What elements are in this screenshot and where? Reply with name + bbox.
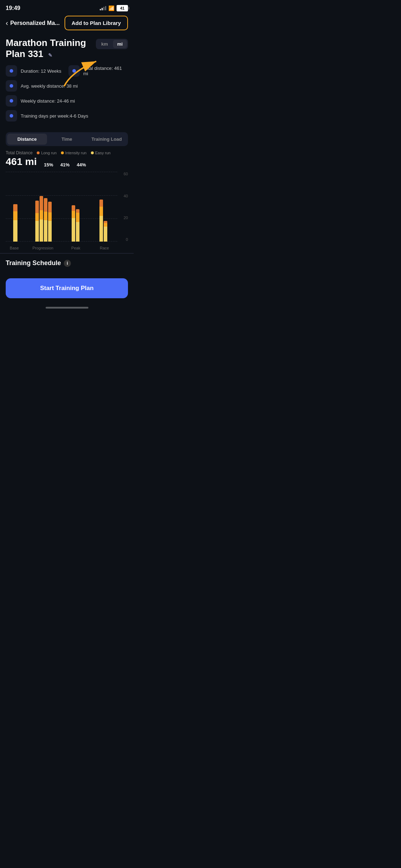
duration-text: Duration: 12 Weeks [21, 68, 61, 74]
back-button[interactable]: ‹ Personalized Ma... [6, 19, 60, 27]
back-arrow-icon: ‹ [6, 19, 8, 27]
phase-progression [27, 196, 60, 242]
duration-icon [6, 65, 17, 77]
avg-weekly-text: Avg. weekly distance: 38 mi [21, 83, 78, 89]
plan-title-section: Marathon Training Plan 331 ✎ km mi [0, 35, 134, 64]
total-distance-text: Total distance: 461 mi [83, 66, 128, 76]
training-days-icon [6, 110, 17, 122]
unit-mi-button[interactable]: mi [113, 40, 127, 48]
stat-total-distance: Total distance: 461 mi [68, 65, 128, 77]
phase-label-race: Race [92, 246, 117, 250]
nav-header: ‹ Personalized Ma... Add to Plan Library [0, 14, 134, 35]
home-indicator [0, 304, 134, 310]
stats-row-4: Training days per week:4-6 Days [6, 110, 128, 122]
battery-indicator: 41 [117, 5, 128, 11]
stats-row-3: Weekly distance: 24-46 mi [6, 95, 128, 107]
chart-total-value: 461 mi [6, 156, 37, 167]
stat-weekly-distance: Weekly distance: 24-46 mi [6, 95, 128, 107]
training-schedule-section: Training Schedule i [0, 253, 134, 271]
edit-icon[interactable]: ✎ [48, 52, 52, 58]
add-to-plan-library-button[interactable]: Add to Plan Library [65, 16, 128, 30]
chart-section: Total Distance Long run Intensity run Ea… [0, 150, 134, 250]
info-icon[interactable]: i [64, 260, 71, 267]
avg-weekly-icon [6, 80, 17, 92]
plan-title: Marathon Training Plan 331 ✎ [6, 37, 86, 59]
distance-icon [68, 65, 80, 77]
stats-row-1: Duration: 12 Weeks Total distance: 461 m… [6, 65, 128, 77]
chart-tab-bar: Distance Time Training Load [6, 132, 128, 146]
tab-distance[interactable]: Distance [7, 134, 47, 145]
tab-time[interactable]: Time [47, 134, 87, 145]
legend-long-run: Long run [37, 151, 56, 155]
stat-avg-weekly: Avg. weekly distance: 38 mi [6, 80, 128, 92]
legend-easy-run: Easy run [91, 151, 110, 155]
wifi-icon: 📶 [108, 5, 114, 11]
home-bar [46, 307, 88, 309]
stat-duration: Duration: 12 Weeks [6, 65, 66, 77]
signal-icon [100, 6, 106, 10]
phase-label-progression: Progression [26, 246, 60, 250]
bar-chart: 60 40 20 0 [6, 172, 128, 250]
pct-easy-run: 44% [77, 162, 86, 167]
unit-km-button[interactable]: km [97, 40, 112, 48]
training-days-text: Training days per week:4-6 Days [21, 113, 88, 119]
tab-training-load[interactable]: Training Load [87, 134, 127, 145]
stats-grid: Duration: 12 Weeks Total distance: 461 m… [0, 64, 134, 128]
phase-label-base: Base [6, 246, 23, 250]
unit-toggle: km mi [96, 39, 128, 49]
bars-area [6, 172, 117, 242]
status-time: 19:49 [6, 5, 20, 11]
status-bar: 19:49 📶 41 [0, 0, 134, 14]
phase-race [91, 200, 116, 242]
status-icons: 📶 41 [100, 5, 128, 11]
stats-row-2: Avg. weekly distance: 38 mi [6, 80, 128, 92]
pct-intensity-run: 41% [60, 162, 70, 167]
weekly-distance-icon [6, 95, 17, 107]
phase-label-peak: Peak [63, 246, 89, 250]
pct-long-run: 15% [44, 162, 53, 167]
weekly-distance-text: Weekly distance: 24-46 mi [21, 98, 75, 104]
phase-peak [63, 205, 88, 242]
y-axis: 60 40 20 0 [118, 172, 128, 242]
total-distance-label: Total Distance [6, 150, 32, 155]
stat-training-days: Training days per week:4-6 Days [6, 110, 128, 122]
legend-intensity-run: Intensity run [61, 151, 87, 155]
phase-base [7, 204, 24, 242]
start-training-plan-button[interactable]: Start Training Plan [6, 278, 128, 298]
training-schedule-header: Training Schedule i [6, 259, 128, 267]
training-schedule-label: Training Schedule [6, 259, 61, 267]
phase-labels: Base Progression Peak Race [6, 246, 117, 250]
back-label: Personalized Ma... [10, 20, 60, 26]
